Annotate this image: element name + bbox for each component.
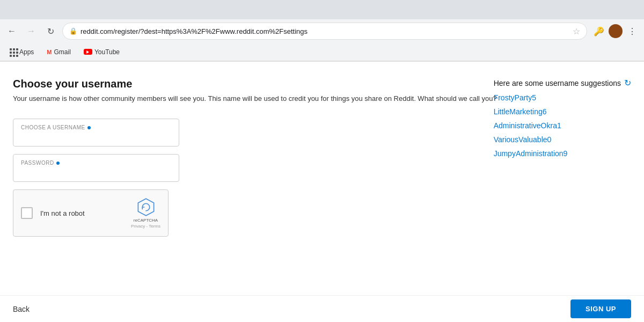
recaptcha-brand: reCAPTCHA	[134, 218, 158, 223]
password-input-wrapper[interactable]: PASSWORD	[13, 154, 179, 182]
form-section: CHOOSE A USERNAME PASSWORD I'm not a rob…	[13, 119, 179, 237]
username-label: CHOOSE A USERNAME	[21, 125, 171, 130]
recaptcha-text: I'm not a robot	[40, 209, 123, 217]
suggestions-header-text: Here are some username suggestions	[494, 79, 621, 87]
reload-button[interactable]: ↻	[43, 24, 58, 39]
username-required-dot	[87, 126, 91, 129]
apps-grid-icon	[10, 48, 17, 56]
gmail-icon: M	[47, 49, 52, 55]
tab-bar	[0, 0, 644, 19]
bookmarks-youtube-item[interactable]: YouTube	[80, 47, 123, 57]
password-input[interactable]	[21, 167, 171, 175]
bookmarks-apps-item[interactable]: Apps	[6, 47, 37, 57]
youtube-icon	[84, 49, 92, 55]
browser-chrome: ← → ↻ 🔒 reddit.com/register/?dest=https%…	[0, 0, 644, 62]
gmail-label: Gmail	[54, 48, 71, 56]
menu-button[interactable]: ⋮	[625, 24, 640, 39]
refresh-suggestions-icon[interactable]: ↻	[624, 78, 631, 88]
nav-right-icons: 🔑 ⋮	[591, 24, 640, 39]
page-footer: Back SIGN UP	[0, 295, 644, 322]
forward-button[interactable]: →	[24, 24, 39, 39]
back-button[interactable]: ←	[4, 24, 19, 39]
extensions-button[interactable]: 🔑	[591, 24, 606, 39]
recaptcha-checkbox[interactable]	[21, 207, 33, 219]
profile-avatar[interactable]	[609, 24, 623, 38]
suggestions-panel: Here are some username suggestions ↻ Fro…	[494, 78, 631, 163]
recaptcha-icon	[136, 197, 156, 217]
recaptcha-links: Privacy - Terms	[131, 224, 160, 229]
bookmark-star-icon[interactable]: ☆	[573, 26, 580, 36]
suggestion-item-2[interactable]: AdministrativeOkra1	[494, 121, 631, 130]
bookmarks-gmail-item[interactable]: M Gmail	[43, 47, 74, 57]
suggestion-item-1[interactable]: LittleMarketing6	[494, 107, 631, 116]
suggestion-item-3[interactable]: VariousValuable0	[494, 135, 631, 144]
suggestion-item-0[interactable]: FrostyParty5	[494, 93, 631, 102]
username-input-wrapper[interactable]: CHOOSE A USERNAME	[13, 119, 179, 147]
url-text: reddit.com/register/?dest=https%3A%2F%2F…	[80, 27, 569, 35]
suggestion-item-4[interactable]: JumpyAdministration9	[494, 149, 631, 158]
page-content: Choose your username Your username is ho…	[0, 62, 644, 295]
suggestions-header: Here are some username suggestions ↻	[494, 78, 631, 88]
nav-bar: ← → ↻ 🔒 reddit.com/register/?dest=https%…	[0, 19, 644, 43]
password-required-dot	[56, 162, 60, 165]
back-button[interactable]: Back	[13, 305, 30, 313]
recaptcha-box[interactable]: I'm not a robot reCAPTCHA Privacy - Term…	[13, 189, 169, 237]
apps-label: Apps	[19, 48, 34, 56]
recaptcha-logo: reCAPTCHA Privacy - Terms	[131, 197, 160, 229]
password-label: PASSWORD	[21, 160, 171, 166]
youtube-label: YouTube	[94, 48, 120, 56]
signup-button[interactable]: SIGN UP	[570, 299, 631, 318]
bookmarks-bar: Apps M Gmail YouTube	[0, 43, 644, 61]
lock-icon: 🔒	[69, 27, 77, 35]
address-bar[interactable]: 🔒 reddit.com/register/?dest=https%3A%2F%…	[62, 23, 587, 40]
username-input[interactable]	[21, 131, 171, 140]
